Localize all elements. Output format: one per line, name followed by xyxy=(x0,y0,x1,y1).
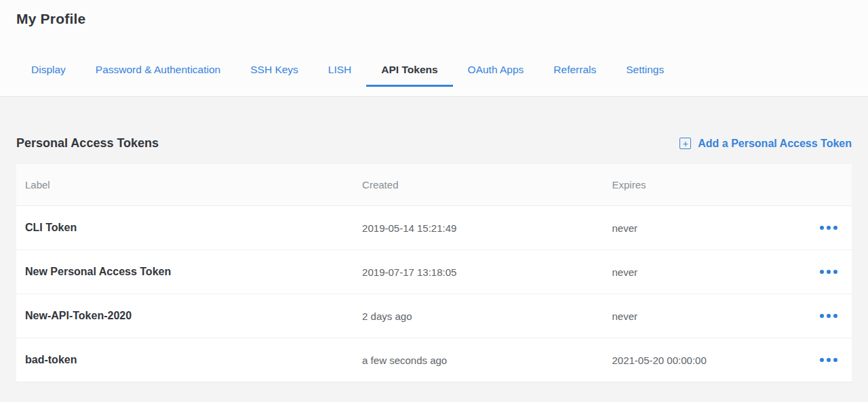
tab-oauth-apps[interactable]: OAuth Apps xyxy=(453,57,539,87)
table-body: CLI Token 2019-05-14 15:21:49 never New … xyxy=(16,206,852,382)
section-title: Personal Access Tokens xyxy=(16,136,159,150)
column-header-label: Label xyxy=(16,179,359,190)
section-header: Personal Access Tokens + Add a Personal … xyxy=(16,97,852,150)
column-header-expires: Expires xyxy=(608,179,792,190)
token-expires: never xyxy=(608,310,792,322)
tab-label: Settings xyxy=(626,64,664,75)
profile-tabs: DisplayPassword & AuthenticationSSH Keys… xyxy=(16,57,852,85)
tab-settings[interactable]: Settings xyxy=(611,57,679,87)
row-actions-ellipsis-icon[interactable] xyxy=(818,310,839,322)
tab-lish[interactable]: LISH xyxy=(313,57,366,87)
tab-label: Referrals xyxy=(553,64,596,75)
token-label: CLI Token xyxy=(16,222,359,234)
token-created: 2 days ago xyxy=(359,310,608,322)
tab-label: LISH xyxy=(328,64,351,75)
tab-label: OAuth Apps xyxy=(468,64,524,75)
column-header-created: Created xyxy=(359,179,608,190)
add-personal-access-token-button[interactable]: + Add a Personal Access Token xyxy=(679,138,852,150)
row-actions-ellipsis-icon[interactable] xyxy=(818,354,839,366)
tokens-table: Label Created Expires CLI Token 2019-05-… xyxy=(16,164,852,382)
plus-square-icon: + xyxy=(679,138,691,149)
tab-password-authentication[interactable]: Password & Authentication xyxy=(81,57,235,87)
tab-label: SSH Keys xyxy=(250,64,298,75)
row-actions-ellipsis-icon[interactable] xyxy=(818,222,839,234)
token-created: a few seconds ago xyxy=(359,355,608,366)
tab-label: API Tokens xyxy=(381,64,437,75)
tab-label: Password & Authentication xyxy=(96,64,220,75)
row-actions-ellipsis-icon[interactable] xyxy=(818,266,839,278)
tab-label: Display xyxy=(31,64,66,75)
tab-api-tokens[interactable]: API Tokens xyxy=(366,57,452,87)
tab-ssh-keys[interactable]: SSH Keys xyxy=(235,57,313,87)
table-header-row: Label Created Expires xyxy=(16,164,852,206)
token-created: 2019-07-17 13:18:05 xyxy=(359,266,608,278)
api-tokens-panel: Personal Access Tokens + Add a Personal … xyxy=(0,97,868,382)
page-title: My Profile xyxy=(16,11,852,27)
token-expires: never xyxy=(608,266,792,278)
tab-referrals[interactable]: Referrals xyxy=(538,57,611,87)
token-expires: never xyxy=(608,222,792,234)
add-button-label: Add a Personal Access Token xyxy=(698,138,852,150)
page-header: My Profile DisplayPassword & Authenticat… xyxy=(0,0,868,97)
token-label: New-API-Token-2020 xyxy=(16,310,359,322)
token-label: New Personal Access Token xyxy=(16,266,359,278)
token-label: bad-token xyxy=(16,354,359,366)
token-created: 2019-05-14 15:21:49 xyxy=(359,222,608,234)
table-row: bad-token a few seconds ago 2021-05-20 0… xyxy=(16,338,852,382)
tab-display[interactable]: Display xyxy=(16,57,81,87)
token-expires: 2021-05-20 00:00:00 xyxy=(608,355,792,366)
table-row: New-API-Token-2020 2 days ago never xyxy=(16,294,852,338)
table-row: New Personal Access Token 2019-07-17 13:… xyxy=(16,250,852,294)
table-row: CLI Token 2019-05-14 15:21:49 never xyxy=(16,206,852,250)
